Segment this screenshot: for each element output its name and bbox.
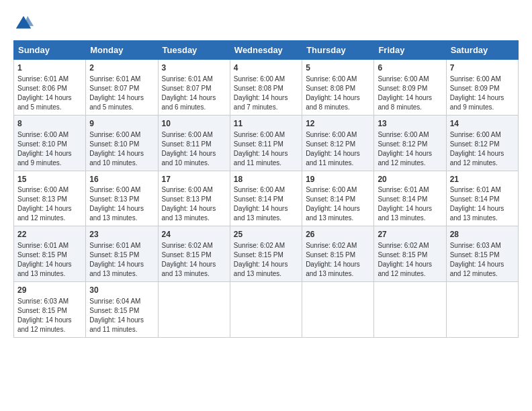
sunrise: Sunrise: 6:00 AM — [306, 131, 357, 138]
sunset: Sunset: 8:14 PM — [234, 195, 283, 203]
sunset: Sunset: 8:10 PM — [17, 140, 67, 148]
day-number: 8 — [17, 118, 82, 130]
sunset: Sunset: 8:15 PM — [89, 251, 139, 259]
calendar-cell: 15Sunrise: 6:00 AMSunset: 8:13 PMDayligh… — [14, 171, 86, 226]
sunrise: Sunrise: 6:01 AM — [162, 75, 213, 83]
daylight: Daylight: 14 hours and 11 minutes. — [306, 150, 360, 167]
sunset: Sunset: 8:11 PM — [162, 140, 212, 148]
sunset: Sunset: 8:15 PM — [162, 251, 212, 259]
day-number: 29 — [17, 285, 82, 296]
day-number: 15 — [17, 174, 82, 185]
day-number: 20 — [378, 174, 442, 185]
sunset: Sunset: 8:15 PM — [17, 251, 67, 259]
calendar-header-friday: Friday — [374, 41, 446, 60]
sunrise: Sunrise: 6:00 AM — [450, 75, 501, 83]
calendar-cell: 11Sunrise: 6:00 AMSunset: 8:11 PMDayligh… — [230, 115, 302, 171]
sunset: Sunset: 8:14 PM — [306, 195, 355, 203]
sunrise: Sunrise: 6:00 AM — [234, 131, 285, 138]
sunrise: Sunrise: 6:00 AM — [234, 186, 285, 193]
sunrise: Sunrise: 6:01 AM — [89, 242, 140, 249]
daylight: Daylight: 14 hours and 9 minutes. — [450, 94, 504, 111]
daylight: Daylight: 14 hours and 12 minutes. — [378, 261, 432, 277]
sunset: Sunset: 8:15 PM — [450, 251, 500, 259]
sunrise: Sunrise: 6:00 AM — [306, 75, 357, 83]
calendar-cell: 20Sunrise: 6:01 AMSunset: 8:14 PMDayligh… — [374, 171, 446, 226]
sunset: Sunset: 8:13 PM — [89, 195, 139, 203]
daylight: Daylight: 14 hours and 12 minutes. — [450, 150, 504, 167]
day-number: 14 — [450, 118, 515, 130]
day-number: 6 — [378, 62, 442, 74]
sunset: Sunset: 8:13 PM — [162, 195, 212, 203]
day-number: 30 — [89, 285, 154, 296]
daylight: Daylight: 14 hours and 12 minutes. — [17, 316, 72, 333]
page-header — [13, 13, 519, 34]
calendar-week-row: 15Sunrise: 6:00 AMSunset: 8:13 PMDayligh… — [14, 171, 519, 226]
sunrise: Sunrise: 6:04 AM — [89, 298, 140, 305]
daylight: Daylight: 14 hours and 13 minutes. — [450, 205, 504, 222]
day-number: 13 — [378, 118, 442, 130]
logo-icon — [13, 13, 34, 34]
calendar-cell: 18Sunrise: 6:00 AMSunset: 8:14 PMDayligh… — [230, 171, 302, 226]
calendar-cell: 23Sunrise: 6:01 AMSunset: 8:15 PMDayligh… — [86, 226, 158, 282]
calendar-cell: 8Sunrise: 6:00 AMSunset: 8:10 PMDaylight… — [14, 115, 86, 171]
daylight: Daylight: 14 hours and 13 minutes. — [162, 261, 216, 277]
day-number: 18 — [234, 174, 298, 185]
sunrise: Sunrise: 6:01 AM — [89, 75, 140, 83]
calendar-cell: 29Sunrise: 6:03 AMSunset: 8:15 PMDayligh… — [14, 282, 86, 338]
sunrise: Sunrise: 6:03 AM — [450, 242, 501, 249]
daylight: Daylight: 14 hours and 13 minutes. — [89, 261, 144, 277]
day-number: 19 — [306, 174, 370, 185]
day-number: 3 — [162, 62, 226, 74]
daylight: Daylight: 14 hours and 13 minutes. — [17, 261, 72, 277]
daylight: Daylight: 14 hours and 12 minutes. — [378, 150, 432, 167]
day-number: 26 — [306, 229, 370, 240]
calendar-cell: 5Sunrise: 6:00 AMSunset: 8:08 PMDaylight… — [302, 60, 374, 116]
sunset: Sunset: 8:15 PM — [89, 307, 139, 314]
sunrise: Sunrise: 6:02 AM — [378, 242, 429, 249]
calendar-cell — [158, 282, 230, 338]
calendar-table: SundayMondayTuesdayWednesdayThursdayFrid… — [13, 40, 519, 338]
sunset: Sunset: 8:12 PM — [306, 140, 355, 148]
sunset: Sunset: 8:10 PM — [89, 140, 139, 148]
calendar-cell: 9Sunrise: 6:00 AMSunset: 8:10 PMDaylight… — [86, 115, 158, 171]
daylight: Daylight: 14 hours and 5 minutes. — [89, 94, 144, 111]
sunset: Sunset: 8:11 PM — [234, 140, 283, 148]
calendar-cell: 26Sunrise: 6:02 AMSunset: 8:15 PMDayligh… — [302, 226, 374, 282]
calendar-header-saturday: Saturday — [446, 41, 518, 60]
daylight: Daylight: 14 hours and 9 minutes. — [17, 150, 72, 167]
calendar-cell: 3Sunrise: 6:01 AMSunset: 8:07 PMDaylight… — [158, 60, 230, 116]
sunrise: Sunrise: 6:03 AM — [17, 298, 69, 305]
sunset: Sunset: 8:08 PM — [234, 85, 283, 92]
sunrise: Sunrise: 6:01 AM — [17, 75, 69, 83]
calendar-cell — [230, 282, 302, 338]
daylight: Daylight: 14 hours and 11 minutes. — [234, 150, 288, 167]
sunrise: Sunrise: 6:01 AM — [450, 186, 501, 193]
sunrise: Sunrise: 6:02 AM — [306, 242, 357, 249]
daylight: Daylight: 14 hours and 11 minutes. — [89, 316, 144, 333]
day-number: 22 — [17, 229, 82, 240]
day-number: 5 — [306, 62, 370, 74]
sunrise: Sunrise: 6:01 AM — [378, 186, 429, 193]
calendar-header-sunday: Sunday — [14, 41, 86, 60]
daylight: Daylight: 14 hours and 5 minutes. — [17, 94, 72, 111]
sunset: Sunset: 8:12 PM — [450, 140, 500, 148]
day-number: 7 — [450, 62, 515, 74]
daylight: Daylight: 14 hours and 7 minutes. — [234, 94, 288, 111]
day-number: 27 — [378, 229, 442, 240]
calendar-cell: 4Sunrise: 6:00 AMSunset: 8:08 PMDaylight… — [230, 60, 302, 116]
sunrise: Sunrise: 6:01 AM — [17, 242, 69, 249]
day-number: 23 — [89, 229, 154, 240]
calendar-week-row: 1Sunrise: 6:01 AMSunset: 8:06 PMDaylight… — [14, 60, 519, 116]
day-number: 2 — [89, 62, 154, 74]
calendar-cell — [374, 282, 446, 338]
day-number: 1 — [17, 62, 82, 74]
calendar-cell: 28Sunrise: 6:03 AMSunset: 8:15 PMDayligh… — [446, 226, 518, 282]
calendar-cell: 22Sunrise: 6:01 AMSunset: 8:15 PMDayligh… — [14, 226, 86, 282]
sunrise: Sunrise: 6:00 AM — [450, 131, 501, 138]
day-number: 12 — [306, 118, 370, 130]
sunrise: Sunrise: 6:00 AM — [162, 131, 213, 138]
calendar-cell: 21Sunrise: 6:01 AMSunset: 8:14 PMDayligh… — [446, 171, 518, 226]
day-number: 10 — [162, 118, 226, 130]
calendar-cell: 25Sunrise: 6:02 AMSunset: 8:15 PMDayligh… — [230, 226, 302, 282]
calendar-week-row: 22Sunrise: 6:01 AMSunset: 8:15 PMDayligh… — [14, 226, 519, 282]
